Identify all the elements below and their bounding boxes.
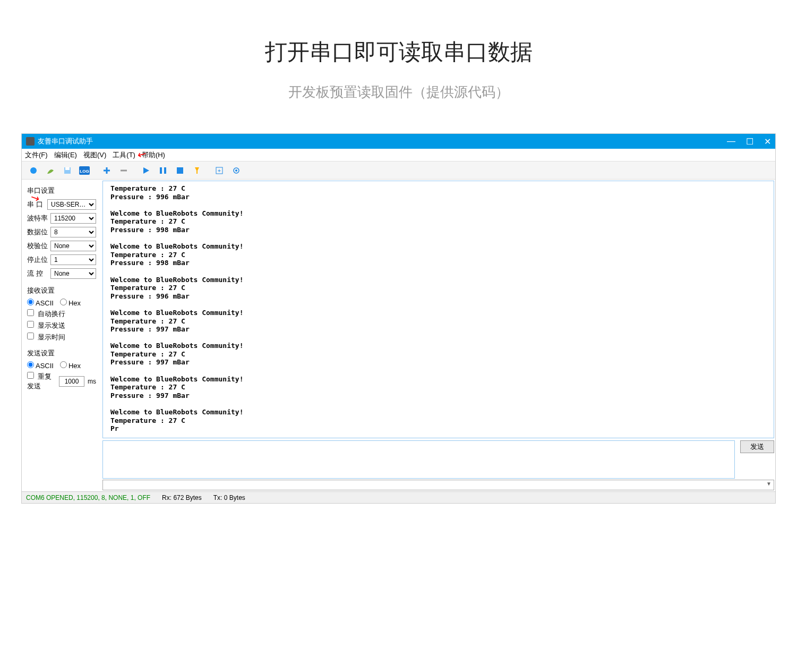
send-ascii-radio[interactable]: ASCII — [27, 361, 54, 370]
repeat-interval-spinner[interactable] — [59, 376, 84, 387]
minimize-button[interactable]: — — [727, 137, 735, 147]
plus-icon[interactable] — [99, 163, 114, 178]
show-send-checkbox[interactable]: 显示发送 — [27, 321, 65, 330]
leaf-icon[interactable] — [43, 163, 58, 178]
menubar: 文件(F) 编辑(E) 视图(V) 工具(T) 帮助(H) — [22, 149, 775, 161]
save-icon[interactable] — [60, 163, 75, 178]
svg-point-0 — [30, 167, 37, 174]
status-port: COM6 OPENED, 115200, 8, NONE, 1, OFF — [26, 494, 150, 501]
svg-text:+: + — [218, 168, 221, 174]
minus-icon[interactable] — [116, 163, 131, 178]
sidebar: 串口设置 串 口 USB-SER… 波特率 115200 数据位 8 校验位 N… — [22, 180, 101, 491]
svg-text:LOG: LOG — [80, 169, 89, 174]
app-icon — [26, 137, 35, 146]
menu-edit[interactable]: 编辑(E) — [54, 150, 77, 160]
send-settings-title: 发送设置 — [27, 348, 96, 358]
globe-icon[interactable] — [26, 163, 41, 178]
recv-ascii-radio[interactable]: ASCII — [27, 299, 54, 307]
recv-settings-title: 接收设置 — [27, 286, 96, 295]
window-title: 友善串口调试助手 — [38, 137, 727, 146]
port-select[interactable]: USB-SER… — [47, 199, 96, 210]
menu-file[interactable]: 文件(F) — [25, 150, 48, 160]
titlebar: 友善串口调试助手 — ☐ ✕ — [22, 134, 775, 149]
stop-icon[interactable] — [173, 163, 187, 178]
svg-rect-6 — [164, 167, 166, 174]
wrap-checkbox[interactable]: 自动换行 — [27, 309, 65, 319]
stopbits-label: 停止位 — [27, 255, 50, 265]
recv-hex-radio[interactable]: Hex — [60, 299, 81, 307]
baud-select[interactable]: 115200 — [50, 213, 96, 224]
databits-select[interactable]: 8 — [50, 227, 96, 237]
history-dropdown[interactable] — [102, 480, 774, 490]
pause-icon[interactable] — [156, 163, 170, 178]
toolbar: LOG + — [22, 161, 775, 180]
statusbar: COM6 OPENED, 115200, 8, NONE, 1, OFF Rx:… — [22, 491, 775, 503]
svg-point-11 — [235, 169, 237, 172]
databits-label: 数据位 — [27, 227, 50, 237]
page-subtitle: 开发板预置读取固件（提供源代码） — [0, 83, 797, 133]
play-icon[interactable] — [139, 163, 153, 178]
svg-rect-5 — [160, 167, 162, 174]
maximize-button[interactable]: ☐ — [746, 137, 753, 147]
close-button[interactable]: ✕ — [764, 137, 771, 147]
parity-label: 校验位 — [27, 241, 50, 251]
page-title: 打开串口即可读取串口数据 — [0, 0, 797, 83]
flow-select[interactable]: None — [50, 268, 96, 279]
log-icon[interactable]: LOG — [77, 163, 92, 178]
menu-tools[interactable]: 工具(T) — [113, 150, 135, 160]
show-time-checkbox[interactable]: 显示时间 — [27, 333, 65, 342]
send-input[interactable] — [102, 440, 735, 479]
flow-label: 流 控 — [27, 269, 50, 278]
svg-rect-2 — [65, 167, 70, 170]
flashlight-icon[interactable] — [190, 163, 204, 178]
send-button[interactable]: 发送 — [740, 440, 774, 453]
status-rx: Rx: 672 Bytes — [162, 494, 202, 501]
stopbits-select[interactable]: 1 — [50, 254, 96, 265]
send-hex-radio[interactable]: Hex — [60, 361, 81, 370]
repeat-send-checkbox[interactable]: 重复发送 — [27, 372, 57, 391]
output-area[interactable]: Temperature : 27 C Pressure : 996 mBar W… — [102, 181, 774, 438]
menu-view[interactable]: 视图(V) — [83, 150, 106, 160]
parity-select[interactable]: None — [50, 241, 96, 251]
add-window-icon[interactable]: + — [212, 163, 227, 178]
status-tx: Tx: 0 Bytes — [213, 494, 245, 501]
svg-rect-7 — [177, 167, 183, 174]
repeat-unit: ms — [88, 378, 96, 385]
gear-icon[interactable] — [229, 163, 244, 178]
baud-label: 波特率 — [27, 214, 50, 223]
app-window: ↘ ↙ 友善串口调试助手 — ☐ ✕ 文件(F) 编辑(E) 视图(V) 工具(… — [21, 133, 776, 504]
